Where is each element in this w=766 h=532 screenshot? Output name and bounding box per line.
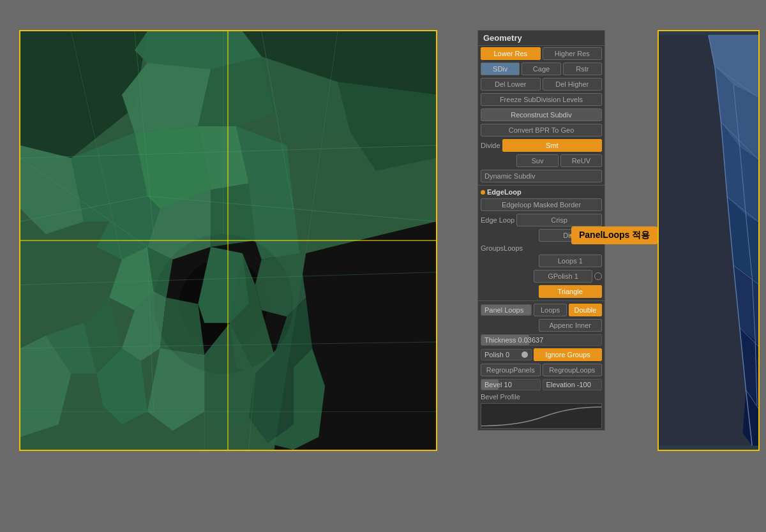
regroup-panels-button[interactable]: RegroupPanels <box>481 364 541 376</box>
triangle-row: Triangle <box>478 284 605 299</box>
svg-marker-17 <box>211 184 255 247</box>
divide-label: Divide <box>481 142 500 149</box>
sdiv-row: SDiv Cage Rstr <box>478 61 605 77</box>
res-row: Lower Res Higher Res <box>478 46 605 61</box>
bevel-profile-label: Bevel Profile <box>481 393 520 401</box>
crisp-button[interactable]: Crisp <box>516 214 602 226</box>
suv-button[interactable]: Suv <box>516 154 558 167</box>
reconstruct-row: Reconstruct Subdiv <box>478 107 605 122</box>
viewport-right <box>657 30 760 451</box>
double-button[interactable]: Double <box>569 304 602 316</box>
append-inner-button[interactable]: Appenc Inner <box>539 319 603 332</box>
ignore-groups-button[interactable]: Ignore Groups <box>534 348 602 361</box>
triangle-button[interactable]: Triangle <box>539 285 603 298</box>
del-lower-button[interactable]: Del Lower <box>481 78 541 91</box>
polish-row: Polish 0 Ignore Groups <box>478 347 605 362</box>
dynamic-subdiv-row: Dynamic Subdiv <box>478 168 605 184</box>
panel-title: Geometry <box>478 31 605 46</box>
edge-loop-label: Edge Loop <box>481 216 514 224</box>
groups-loops-label: GroupsLoops <box>481 244 523 252</box>
edgeloop-label: EdgeLoop <box>487 188 522 196</box>
elevation-slider-label: Elevation -100 <box>546 381 591 388</box>
loops-row: Loops 1 <box>478 253 605 269</box>
append-inner-row: Appenc Inner <box>478 318 605 333</box>
freeze-subdiv-button[interactable]: Freeze SubDivision Levels <box>481 93 602 106</box>
bevel-row: Bevel 10 Elevation -100 <box>478 378 605 392</box>
edgeloop-masked-row: Edgeloop Masked Border <box>478 197 605 212</box>
panel-loops-tooltip: PanelLoops 적용 <box>571 226 657 244</box>
higher-res-button[interactable]: Higher Res <box>543 47 603 60</box>
thickness-label: Thickness 0.03637 <box>484 336 543 344</box>
groups-loops-row: GroupsLoops <box>478 243 605 253</box>
divide-row: Divide Smt <box>478 138 605 153</box>
edgeloop-masked-button[interactable]: Edgeloop Masked Border <box>481 198 602 211</box>
rstr-button[interactable]: Rstr <box>563 63 602 75</box>
smt-button[interactable]: Smt <box>502 139 602 152</box>
bevel-profile-row: Bevel Profile <box>478 392 605 402</box>
freeze-row: Freeze SubDivision Levels <box>478 92 605 107</box>
reconstruct-subdiv-button[interactable]: Reconstruct Subdiv <box>481 108 602 121</box>
regroup-loops-button[interactable]: RegroupLoops <box>543 364 603 376</box>
suv-row: Suv ReUV <box>478 153 605 168</box>
del-higher-button[interactable]: Del Higher <box>543 78 603 91</box>
convert-row: Convert BPR To Geo <box>478 122 605 138</box>
reuv-button[interactable]: ReUV <box>560 154 602 167</box>
panel-loops-row: Panel Loops Loops Double <box>478 302 605 318</box>
tooltip-text: PanelLoops 적용 <box>579 230 650 240</box>
edgeloop-row: EdgeLoop <box>478 187 605 197</box>
regroup-row: RegroupPanels RegroupLoops <box>478 362 605 378</box>
loops-button[interactable]: Loops <box>534 304 567 316</box>
dynamic-subdiv-button[interactable]: Dynamic Subdiv <box>481 170 602 182</box>
lower-res-button[interactable]: Lower Res <box>481 47 541 60</box>
convert-bpr-button[interactable]: Convert BPR To Geo <box>481 124 602 137</box>
edge-loop-row: Edge Loop Crisp <box>478 212 605 228</box>
cage-button[interactable]: Cage <box>522 63 560 75</box>
gpolish-button[interactable]: GPolish 1 <box>534 270 592 283</box>
thickness-row: Thickness 0.03637 <box>478 333 605 347</box>
bevel-slider-label: Bevel 10 <box>484 381 512 388</box>
edgeloop-dot <box>481 190 485 195</box>
loops-1-button[interactable]: Loops 1 <box>539 255 603 267</box>
bevel-profile-area[interactable] <box>481 403 602 429</box>
del-row: Del Lower Del Higher <box>478 77 605 92</box>
panel-loops-label: Panel Loops <box>484 306 523 314</box>
polish-slider-label: Polish 0 <box>484 351 509 358</box>
gpolish-row: GPolish 1 <box>478 269 605 284</box>
sdiv-button[interactable]: SDiv <box>481 63 520 75</box>
viewport-left[interactable] <box>19 30 437 451</box>
